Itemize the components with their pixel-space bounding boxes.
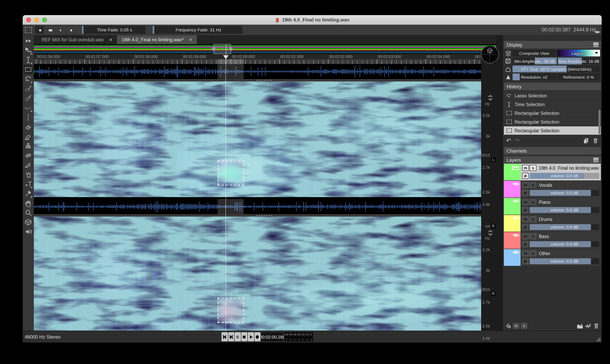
highlighter-tool[interactable]: [24, 131, 33, 141]
mute-all-button[interactable]: m: [513, 323, 519, 329]
phase-invert-button[interactable]: ø: [522, 173, 529, 179]
solo-button[interactable]: s: [530, 199, 536, 205]
viewport-right-handle[interactable]: [229, 47, 233, 51]
channels-section-header[interactable]: Channels: [504, 147, 601, 155]
title-bar[interactable]: 19th 4.0_Final no limiting.wav: [23, 15, 602, 25]
channel-view-both-button[interactable]: ●●: [45, 26, 54, 34]
layers-menu-icon[interactable]: [593, 158, 598, 162]
solo-button[interactable]: s: [530, 165, 536, 171]
paint-bucket-icon[interactable]: [505, 323, 511, 329]
phase-invert-button[interactable]: ø: [522, 241, 529, 247]
transform-tool[interactable]: [24, 46, 33, 55]
spray-tool[interactable]: [24, 170, 33, 179]
channel-view-composite-button[interactable]: ●: [35, 26, 44, 34]
solo-button[interactable]: s: [530, 250, 536, 256]
layer-thumbnail[interactable]: [504, 232, 520, 249]
channel-view-right-button[interactable]: ◑◐: [66, 26, 75, 34]
rectangular-selection-tool[interactable]: [24, 65, 33, 74]
go-to-start-button[interactable]: [222, 332, 228, 341]
history-scrollbar[interactable]: [598, 110, 600, 134]
overview-viewport[interactable]: [213, 44, 231, 54]
waveform-right[interactable]: [34, 199, 496, 214]
copy-icon[interactable]: [583, 138, 589, 144]
volume-slider[interactable]: volume: 0.0 dB: [530, 258, 599, 264]
brush-selection-tool[interactable]: [24, 84, 33, 93]
phase-invert-button[interactable]: ø: [522, 207, 529, 213]
amplifier-tool[interactable]: [24, 151, 33, 160]
spectrogram-right[interactable]: [34, 217, 496, 331]
history-section-header[interactable]: History: [504, 83, 601, 90]
rectangular-selection-region[interactable]: [217, 298, 244, 323]
new-layer-icon[interactable]: [585, 323, 592, 329]
time-ruler[interactable]: 00:01:56.000 00:01:57.000 00:01:58.000 0…: [34, 54, 496, 64]
picker-tool[interactable]: [24, 189, 33, 198]
tab-ref-mix[interactable]: REF MIX for Guit overdub.wav×: [37, 35, 117, 44]
mute-button[interactable]: m: [522, 216, 529, 222]
history-item[interactable]: Lasso Selection: [504, 91, 601, 100]
layer-row[interactable]: m s Drums ø volume: 0.0 dB: [504, 215, 601, 232]
hand-tool[interactable]: [24, 198, 33, 208]
frequency-selection-tool[interactable]: [24, 103, 33, 112]
colormap-dropdown[interactable]: Laguna: [557, 50, 600, 56]
spectrogram-left[interactable]: [34, 81, 496, 197]
volume-slider[interactable]: volume: 0.0 dB: [530, 190, 599, 196]
history-item[interactable]: Rectangular Selection: [504, 118, 601, 126]
composite-view-button[interactable]: Composite View: [513, 50, 556, 56]
solo-button[interactable]: s: [530, 182, 536, 188]
loop-button[interactable]: [235, 332, 241, 341]
divider-handle-icon[interactable]: [256, 215, 272, 216]
solo-button[interactable]: s: [530, 216, 536, 222]
max-amplitude-field[interactable]: Max Amplitude: 18 dB: [558, 58, 600, 64]
text-tool[interactable]: [24, 179, 33, 189]
overview-strip[interactable]: [34, 44, 496, 54]
time-selection-tool[interactable]: [24, 55, 33, 65]
zoom-tool[interactable]: [24, 208, 33, 217]
layer-row[interactable]: m s Bass ø volume: 0.0 dB: [504, 232, 601, 249]
magic-wand-tool[interactable]: [24, 93, 33, 103]
scale-zoom-arrows-icon[interactable]: [486, 230, 495, 236]
history-item[interactable]: Time Selection: [504, 100, 601, 108]
play-button[interactable]: [248, 332, 254, 341]
layer-row[interactable]: m s 19th 4.0_Final no limiting.wav ø vol…: [504, 164, 601, 181]
history-item-selected[interactable]: Rectangular Selection: [504, 126, 601, 135]
time-fade-field[interactable]: Time Fade: 0.05 s: [82, 26, 146, 34]
layer-row[interactable]: m s Piano ø volume: 0.0 dB: [504, 198, 601, 215]
layer-row[interactable]: m s Other ø volume: 0.0 dB: [504, 249, 601, 266]
layer-thumbnail[interactable]: [504, 181, 520, 197]
phase-invert-button[interactable]: ø: [522, 190, 529, 196]
volume-slider[interactable]: volume: 0.0 dB: [530, 224, 599, 230]
go-to-end-button[interactable]: [228, 332, 234, 341]
mute-button[interactable]: m: [522, 199, 529, 205]
refinement-field[interactable]: Refinement: 0 %: [557, 74, 600, 80]
audition-tool[interactable]: [24, 227, 33, 236]
frequency-fade-field[interactable]: Frequency Fade: 31 Hz: [153, 26, 243, 34]
mute-button[interactable]: m: [522, 182, 529, 188]
3d-navigator-dial[interactable]: [480, 45, 499, 64]
volume-slider[interactable]: volume: 0.0 dB: [530, 207, 599, 213]
trash-icon[interactable]: [593, 138, 598, 144]
selection-mode-icon[interactable]: [25, 27, 32, 33]
redo-icon[interactable]: ↷: [515, 137, 520, 144]
rectangular-selection-region[interactable]: [217, 161, 244, 186]
panel-collapse-icon[interactable]: ▶▶: [595, 30, 599, 34]
solo-button[interactable]: s: [530, 233, 536, 239]
tab-current-file[interactable]: 19th 4.0_Final no limiting.wav*×: [117, 35, 197, 44]
mute-button[interactable]: m: [522, 250, 529, 256]
eraser-tool[interactable]: [24, 122, 33, 131]
harmonics-selection-tool[interactable]: [24, 112, 33, 122]
layer-thumbnail[interactable]: [504, 198, 520, 215]
volume-slider[interactable]: volume: 0.0 dB: [530, 173, 599, 179]
layer-thumbnail[interactable]: [504, 249, 520, 266]
channel-view-left-button[interactable]: ◐: [56, 26, 65, 34]
resolution-field[interactable]: Resolution: x2: [513, 74, 556, 80]
min-amplitude-field[interactable]: Min Amplitude: -90 dB: [513, 58, 557, 64]
volume-slider[interactable]: volume: 0.0 dB: [530, 241, 599, 247]
knife-tool[interactable]: [24, 160, 33, 170]
divider-handle-icon[interactable]: [256, 80, 272, 81]
display-menu-icon[interactable]: [593, 42, 598, 47]
strip-divider[interactable]: [34, 214, 496, 217]
delete-layer-icon[interactable]: [593, 323, 599, 329]
scale-zoom-arrows-icon[interactable]: [486, 95, 495, 101]
layer-thumbnail[interactable]: [504, 215, 520, 232]
layer-row[interactable]: m s Vocals ø volume: 0.0 dB: [504, 181, 601, 197]
